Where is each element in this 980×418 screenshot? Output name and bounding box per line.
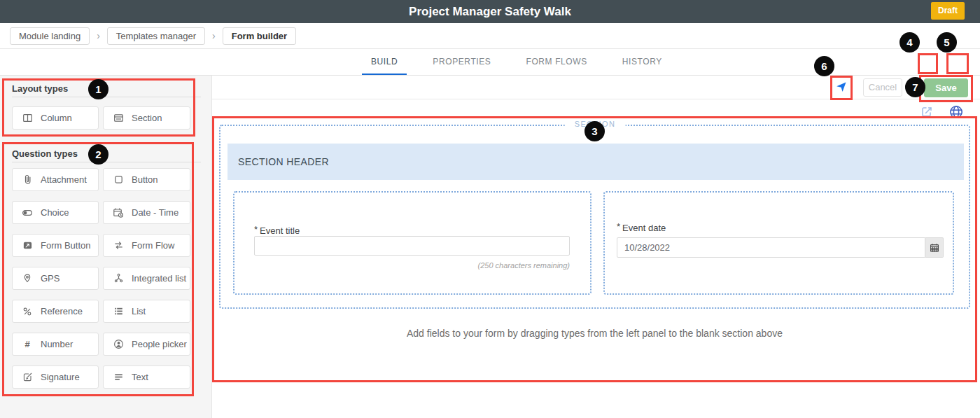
- tile-label: Integrated list: [132, 273, 186, 284]
- chevron-right-icon: ›: [97, 30, 100, 41]
- question-tile-number[interactable]: # Number: [12, 333, 99, 356]
- question-tile-signature[interactable]: Signature: [12, 365, 99, 389]
- question-tile-button[interactable]: Button: [103, 168, 190, 191]
- form-flow-icon: [113, 240, 124, 251]
- toggle-icon: [22, 207, 33, 218]
- tile-label: Date - Time: [132, 207, 178, 218]
- number-hash-icon: #: [22, 339, 33, 350]
- tab-form-flows[interactable]: FORM FLOWS: [508, 49, 604, 75]
- tile-label: Form Flow: [132, 240, 174, 251]
- breadcrumb-module-landing[interactable]: Module landing: [10, 27, 90, 45]
- event-date-label: *Event date: [617, 221, 666, 233]
- drag-drop-hint: Add fields to your form by dragging type…: [219, 328, 970, 339]
- reference-link-icon: [22, 306, 33, 317]
- field-label-text: Event title: [260, 225, 300, 236]
- divider: [12, 97, 201, 97]
- tab-build[interactable]: BUILD: [354, 49, 415, 75]
- tile-label: Attachment: [41, 174, 87, 185]
- section-header[interactable]: SECTION HEADER: [227, 144, 964, 180]
- tile-label: GPS: [41, 273, 59, 284]
- event-date-input[interactable]: [617, 237, 925, 258]
- question-tile-attachment[interactable]: Attachment: [12, 168, 99, 191]
- breadcrumb-form-builder: Form builder: [223, 27, 296, 45]
- breadcrumb: Module landing › Templates manager › For…: [10, 23, 296, 48]
- layout-tile-column[interactable]: Column: [12, 106, 99, 130]
- field-types-sidebar: Layout types Column Section Question typ…: [0, 76, 212, 418]
- question-tile-form-button[interactable]: Form Button: [12, 234, 99, 257]
- question-tile-people-picker[interactable]: People picker: [103, 333, 190, 356]
- annotation-number-5: 5: [937, 32, 957, 53]
- tile-label: Text: [132, 372, 148, 382]
- form-button-icon: [22, 240, 33, 251]
- breadcrumb-templates-manager[interactable]: Templates manager: [107, 27, 205, 45]
- question-tile-integrated-list[interactable]: Integrated list: [103, 267, 190, 290]
- button-icon: [113, 174, 124, 186]
- breadcrumb-row: Module landing › Templates manager › For…: [0, 23, 980, 49]
- characters-remaining-hint: (250 characters remaining): [254, 261, 570, 270]
- tile-label: People picker: [132, 339, 187, 349]
- layout-tile-section[interactable]: Section: [103, 106, 190, 130]
- save-button[interactable]: Save: [924, 78, 968, 97]
- tile-label: Number: [41, 339, 73, 349]
- annotation-number-2: 2: [88, 144, 108, 165]
- divider: [12, 162, 201, 162]
- question-tile-date-time[interactable]: Date - Time: [103, 201, 190, 224]
- required-marker: *: [254, 224, 258, 235]
- tile-label: Button: [132, 174, 158, 185]
- question-tile-gps[interactable]: GPS: [12, 267, 99, 290]
- calendar-picker-button[interactable]: [925, 237, 944, 258]
- calendar-clock-icon: [113, 207, 124, 218]
- question-tile-form-flow[interactable]: Form Flow: [103, 234, 190, 257]
- annotation-number-7: 7: [905, 77, 925, 97]
- top-bar: Project Manager Safety Walk Draft: [0, 0, 980, 23]
- attachment-icon: [22, 174, 33, 186]
- tile-label: Choice: [41, 207, 69, 218]
- tabs: BUILD PROPERTIES FORM FLOWS HISTORY: [354, 49, 680, 75]
- calendar-icon: [930, 243, 939, 253]
- required-marker: *: [617, 221, 620, 232]
- cancel-button[interactable]: Cancel: [863, 78, 902, 97]
- status-badge[interactable]: Draft: [931, 2, 965, 20]
- question-types-title: Question types: [12, 148, 78, 159]
- event-title-label: *Event title: [254, 224, 300, 236]
- tab-properties[interactable]: PROPERTIES: [415, 49, 508, 75]
- column-icon: [22, 113, 33, 124]
- tile-label: List: [132, 306, 146, 316]
- chevron-right-icon: ›: [212, 30, 216, 41]
- question-tile-list[interactable]: List: [103, 300, 190, 323]
- send-icon[interactable]: [834, 80, 848, 94]
- section-icon: [113, 113, 124, 124]
- list-icon: [113, 306, 124, 317]
- question-tile-text[interactable]: Text: [103, 365, 190, 389]
- field-label-text: Event date: [622, 223, 666, 233]
- form-builder-screen: Project Manager Safety Walk Draft Module…: [0, 0, 980, 418]
- tile-label: Form Button: [41, 240, 91, 251]
- signature-pen-icon: [22, 372, 33, 383]
- annotation-number-6: 6: [814, 56, 834, 76]
- question-tile-reference[interactable]: Reference: [12, 300, 99, 323]
- text-lines-icon: [113, 372, 124, 383]
- tile-label: Section: [132, 113, 162, 123]
- layout-types-title: Layout types: [12, 83, 68, 94]
- annotation-number-4: 4: [899, 32, 920, 53]
- event-date-group: [617, 237, 944, 258]
- open-editor-icon[interactable]: [920, 106, 933, 118]
- tile-label: Signature: [41, 372, 80, 382]
- integrated-list-icon: [113, 273, 124, 284]
- annotation-number-3: 3: [584, 121, 605, 141]
- question-tile-choice[interactable]: Choice: [12, 201, 99, 224]
- annotation-number-1: 1: [88, 79, 108, 99]
- tab-history[interactable]: HISTORY: [605, 49, 680, 75]
- tile-label: Reference: [41, 306, 83, 316]
- person-circle-icon: [113, 339, 124, 350]
- globe-icon[interactable]: [948, 104, 964, 120]
- location-pin-icon: [22, 273, 33, 284]
- event-title-input[interactable]: [254, 236, 570, 256]
- tile-label: Column: [41, 113, 72, 123]
- page-title: Project Manager Safety Walk: [0, 0, 980, 23]
